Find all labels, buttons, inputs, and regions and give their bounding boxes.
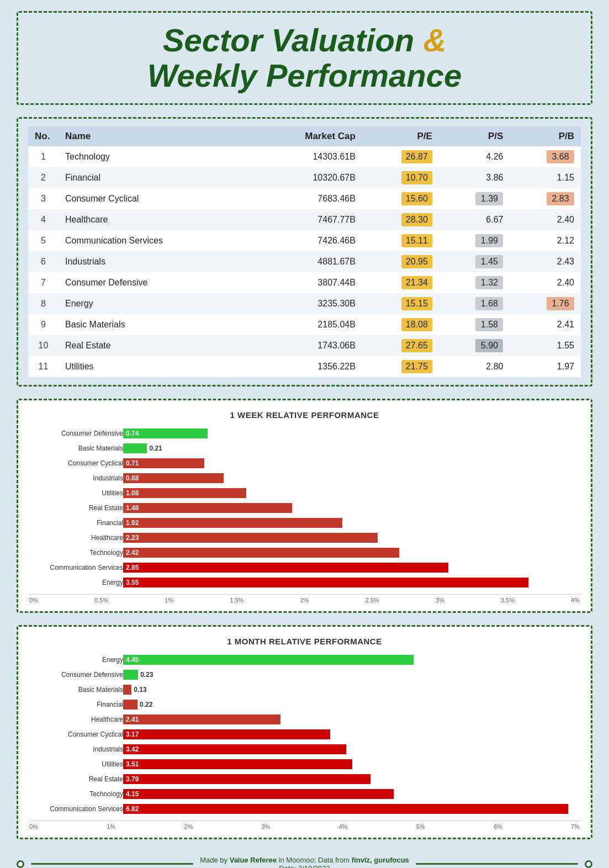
bar-container: 0.22: [123, 698, 580, 711]
cell-marketcap: 1743.06B: [251, 335, 362, 356]
bar-fill: [123, 670, 138, 680]
cell-ps: 1.32: [439, 272, 510, 293]
cell-no: 5: [28, 230, 59, 251]
x-axis-label: 6%: [494, 823, 502, 830]
pb-value: 1.15: [557, 173, 574, 182]
bar-row: Energy4.45: [29, 654, 580, 666]
chart1-box: 1 WEEK RELATIVE PERFORMANCE Consumer Def…: [17, 399, 592, 613]
bar-row: Financial0.22: [29, 698, 580, 711]
cell-marketcap: 3235.30B: [251, 293, 362, 314]
bar-container: 0.23: [123, 669, 580, 681]
bar-fill: [123, 685, 131, 695]
bar-fill: 3.42: [123, 744, 346, 754]
footer-circle-left: [17, 860, 24, 868]
table-row: 8 Energy 3235.30B 15.15 1.68 1.76: [28, 293, 581, 314]
cell-no: 10: [28, 335, 59, 356]
footer-value-referee: Value Referee: [230, 856, 277, 864]
title-text2: Weekly Performance: [147, 57, 462, 93]
cell-marketcap: 10320.67B: [251, 167, 362, 188]
cell-pb: 1.76: [510, 293, 581, 314]
table-header-row: No. Name Market Cap P/E P/S P/B: [28, 126, 581, 146]
bar-label: Healthcare: [29, 716, 123, 723]
bar-label: Financial: [29, 519, 123, 527]
bar-fill: 2.41: [123, 714, 280, 724]
chart2-title: 1 MONTH RELATIVE PERFORMANCE: [29, 637, 580, 646]
ps-value: 2.80: [486, 362, 503, 371]
cell-ps: 1.39: [439, 188, 510, 209]
col-pe: P/E: [362, 126, 439, 146]
cell-ps: 1.58: [439, 314, 510, 335]
bar-container: 1.92: [123, 517, 580, 529]
bar-fill: 2.23: [123, 533, 378, 543]
cell-ps: 1.68: [439, 293, 510, 314]
pb-value: 1.76: [547, 297, 574, 310]
sector-table: No. Name Market Cap P/E P/S P/B 1 Techno…: [28, 126, 581, 377]
bar-fill: 3.51: [123, 759, 352, 769]
cell-no: 6: [28, 251, 59, 272]
footer-date: Date: 2/19/2022: [200, 864, 409, 868]
bar-container: 3.51: [123, 758, 580, 770]
footer-circle-right: [585, 860, 592, 868]
x-axis-label: 3.5%: [501, 597, 515, 604]
bar-value: 6.82: [123, 805, 141, 813]
bar-label: Technology: [29, 790, 123, 798]
title-line2: Weekly Performance: [35, 58, 574, 93]
bar-row: Utilities1.08: [29, 487, 580, 499]
cell-pe: 18.08: [362, 314, 439, 335]
bar-row: Consumer Defensive0.74: [29, 427, 580, 440]
x-axis-label: 2%: [300, 597, 309, 604]
cell-marketcap: 7683.46B: [251, 188, 362, 209]
bar-container: 0.71: [123, 457, 580, 469]
pe-value: 10.70: [401, 171, 432, 184]
footer-data-from: in Moomoo; Data from: [277, 856, 352, 864]
bar-label: Utilities: [29, 760, 123, 768]
bar-value: 0.23: [138, 671, 153, 679]
cell-pe: 15.60: [362, 188, 439, 209]
footer-line-right: [416, 863, 578, 865]
ps-value: 1.58: [475, 318, 503, 331]
cell-name: Industrials: [59, 251, 251, 272]
ps-value: 6.67: [486, 215, 503, 224]
bar-label: Communication Services: [29, 564, 123, 571]
bar-container: 2.41: [123, 713, 580, 726]
col-pb: P/B: [510, 126, 581, 146]
pb-value: 2.41: [557, 320, 574, 329]
cell-pb: 1.97: [510, 356, 581, 377]
pe-value: 15.11: [401, 234, 432, 247]
pb-value: 2.40: [557, 215, 574, 224]
pb-value: 1.55: [557, 341, 574, 350]
bar-value: 0.22: [137, 701, 152, 708]
bar-value: 3.51: [123, 760, 141, 768]
bar-container: 2.42: [123, 547, 580, 559]
cell-name: Financial: [59, 167, 251, 188]
x-axis-label: 1%: [165, 597, 173, 604]
cell-pb: 1.15: [510, 167, 581, 188]
cell-ps: 4.26: [439, 146, 510, 167]
bar-fill: 4.45: [123, 655, 414, 665]
bar-value: 2.85: [123, 564, 141, 571]
bar-label: Consumer Cyclical: [29, 459, 123, 467]
cell-no: 3: [28, 188, 59, 209]
cell-ps: 6.67: [439, 209, 510, 230]
col-marketcap: Market Cap: [251, 126, 362, 146]
cell-pe: 27.65: [362, 335, 439, 356]
pe-value: 21.34: [401, 276, 432, 289]
cell-ps: 1.99: [439, 230, 510, 251]
footer: Made by Value Referee in Moomoo; Data fr…: [17, 856, 592, 868]
bar-label: Communication Services: [29, 805, 123, 813]
bar-row: Communication Services6.82: [29, 803, 580, 815]
bar-value: 3.42: [123, 745, 141, 753]
cell-name: Technology: [59, 146, 251, 167]
cell-pe: 28.30: [362, 209, 439, 230]
cell-name: Basic Materials: [59, 314, 251, 335]
bar-label: Real Estate: [29, 504, 123, 512]
bar-value: 4.45: [123, 656, 141, 664]
bar-fill: [123, 443, 147, 453]
bar-row: Technology4.15: [29, 788, 580, 800]
bar-container: 2.85: [123, 562, 580, 574]
cell-no: 11: [28, 356, 59, 377]
ps-value: 4.26: [486, 152, 503, 161]
table-row: 3 Consumer Cyclical 7683.46B 15.60 1.39 …: [28, 188, 581, 209]
bar-container: 3.17: [123, 728, 580, 740]
bar-label: Consumer Defensive: [29, 671, 123, 679]
